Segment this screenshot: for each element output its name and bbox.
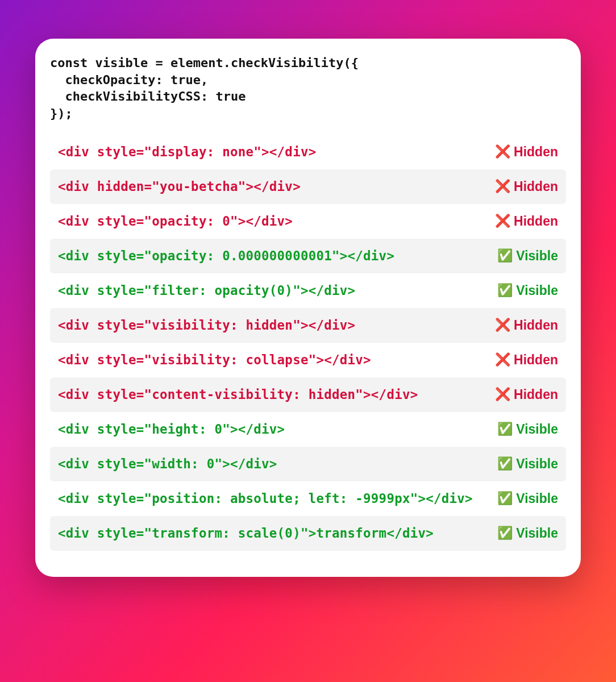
result-row: <div style="filter: opacity(0)"></div>✅V…	[50, 273, 566, 308]
code-snippet: <div style="opacity: 0.000000000001"></d…	[58, 248, 394, 263]
status-visible: ✅Visible	[493, 491, 558, 506]
status-label: Visible	[516, 283, 558, 298]
result-rows: <div style="display: none"></div>❌Hidden…	[50, 135, 566, 551]
status-visible: ✅Visible	[493, 456, 558, 472]
result-row: <div style="content-visibility: hidden">…	[50, 377, 566, 412]
result-row: <div style="width: 0"></div>✅Visible	[50, 447, 566, 481]
status-visible: ✅Visible	[493, 283, 558, 298]
code-snippet: <div style="width: 0"></div>	[58, 456, 277, 471]
status-label: Visible	[516, 491, 558, 506]
status-hidden: ❌Hidden	[490, 179, 558, 194]
check-icon: ✅	[497, 527, 513, 539]
status-visible: ✅Visible	[493, 526, 558, 541]
cross-icon: ❌	[495, 215, 510, 227]
check-icon: ✅	[497, 492, 513, 505]
status-label: Hidden	[514, 318, 558, 333]
code-snippet: <div style="transform: scale(0)">transfo…	[58, 526, 434, 540]
code-snippet: <div style="height: 0"></div>	[58, 422, 285, 436]
status-label: Hidden	[514, 352, 558, 368]
cross-icon: ❌	[495, 145, 510, 158]
code-snippet: <div style="content-visibility: hidden">…	[58, 387, 418, 402]
status-label: Hidden	[514, 214, 558, 229]
cross-icon: ❌	[495, 354, 510, 366]
status-label: Hidden	[514, 387, 558, 402]
status-label: Visible	[516, 248, 558, 264]
result-row: <div style="height: 0"></div>✅Visible	[50, 412, 566, 447]
check-icon: ✅	[497, 458, 513, 470]
code-snippet: <div style="filter: opacity(0)"></div>	[58, 283, 355, 298]
result-row: <div style="display: none"></div>❌Hidden	[50, 135, 566, 169]
cross-icon: ❌	[495, 319, 510, 331]
check-icon: ✅	[497, 249, 513, 262]
result-row: <div style="transform: scale(0)">transfo…	[50, 516, 566, 551]
result-row: <div style="position: absolute; left: -9…	[50, 481, 566, 516]
status-hidden: ❌Hidden	[490, 144, 558, 160]
status-label: Visible	[516, 422, 558, 437]
result-row: <div style="opacity: 0"></div>❌Hidden	[50, 204, 566, 239]
result-row: <div style="opacity: 0.000000000001"></d…	[50, 239, 566, 273]
check-icon: ✅	[497, 423, 513, 435]
info-card: const visible = element.checkVisibility(…	[35, 39, 581, 577]
result-row: <div style="visibility: collapse"></div>…	[50, 343, 566, 377]
check-icon: ✅	[497, 284, 513, 297]
status-hidden: ❌Hidden	[490, 387, 558, 402]
result-row: <div hidden="you-betcha"></div>❌Hidden	[50, 169, 566, 204]
code-snippet: <div style="position: absolute; left: -9…	[58, 491, 473, 506]
status-visible: ✅Visible	[493, 422, 558, 437]
code-block: const visible = element.checkVisibility(…	[50, 55, 566, 122]
cross-icon: ❌	[495, 180, 510, 193]
result-row: <div style="visibility: hidden"></div>❌H…	[50, 308, 566, 343]
status-label: Hidden	[514, 179, 558, 194]
code-snippet: <div hidden="you-betcha"></div>	[58, 179, 301, 194]
status-visible: ✅Visible	[493, 248, 558, 264]
status-hidden: ❌Hidden	[490, 352, 558, 368]
code-snippet: <div style="visibility: collapse"></div>	[58, 352, 371, 367]
status-label: Visible	[516, 456, 558, 472]
status-label: Hidden	[514, 144, 558, 160]
status-hidden: ❌Hidden	[490, 214, 558, 229]
status-label: Visible	[516, 526, 558, 541]
code-snippet: <div style="display: none"></div>	[58, 144, 316, 159]
code-snippet: <div style="visibility: hidden"></div>	[58, 318, 355, 332]
code-snippet: <div style="opacity: 0"></div>	[58, 214, 293, 228]
cross-icon: ❌	[495, 388, 510, 401]
status-hidden: ❌Hidden	[490, 318, 558, 333]
